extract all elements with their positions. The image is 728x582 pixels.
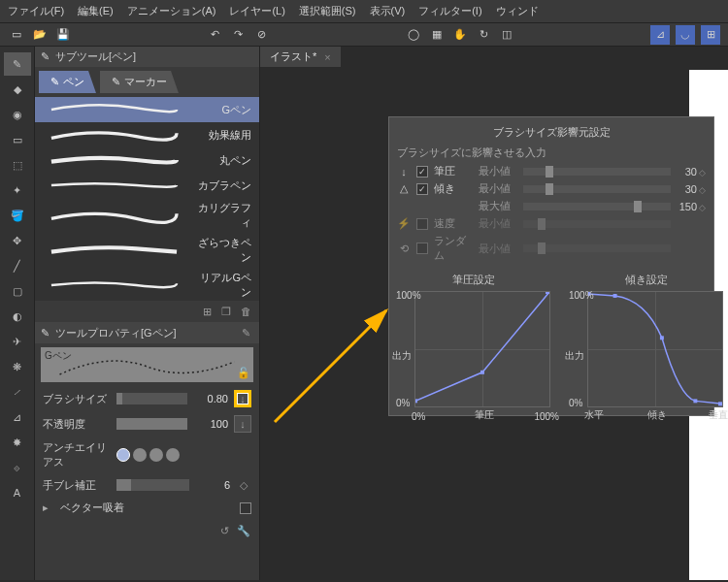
- shape-tool[interactable]: ▢: [4, 279, 31, 303]
- min-label: 最小値: [479, 181, 517, 196]
- transform-icon[interactable]: ◫: [498, 26, 515, 44]
- gradient-tool[interactable]: ◐: [4, 305, 31, 328]
- zoom-icon[interactable]: ◯: [405, 26, 422, 44]
- text-tool[interactable]: A: [4, 481, 31, 504]
- grid-icon[interactable]: ▦: [428, 26, 446, 44]
- brush-size-dynamics-button[interactable]: ↓: [234, 390, 251, 407]
- menu-item[interactable]: 選択範囲(S): [299, 4, 356, 18]
- spin-icon[interactable]: ◇: [236, 477, 251, 493]
- svg-rect-2: [546, 292, 549, 294]
- snap3-icon[interactable]: ⊞: [701, 25, 720, 45]
- brush-item[interactable]: Gペン: [35, 97, 259, 122]
- svg-rect-1: [480, 371, 484, 374]
- aa-option-4[interactable]: [166, 448, 180, 462]
- fill-tool[interactable]: 🪣: [4, 204, 31, 227]
- hand-icon[interactable]: ✋: [451, 26, 469, 44]
- lasso-tool[interactable]: ⬚: [4, 153, 31, 177]
- aa-option-3[interactable]: [149, 448, 163, 462]
- eyedropper-tool[interactable]: ⟋: [4, 380, 31, 404]
- del-brush-icon[interactable]: 🗑: [238, 304, 253, 319]
- pressure-graph[interactable]: 100% 出力 0% 0% 筆圧 100%: [414, 291, 550, 407]
- decoration-tool[interactable]: ❋: [4, 355, 31, 378]
- lock-icon[interactable]: 🔓: [236, 365, 251, 380]
- menu-item[interactable]: レイヤー(L): [229, 4, 284, 18]
- close-tab-icon[interactable]: ×: [324, 51, 330, 63]
- svg-rect-6: [693, 399, 697, 403]
- brush-item[interactable]: 効果線用: [35, 122, 259, 147]
- dynamics-slider[interactable]: [523, 168, 671, 176]
- dynamics-checkbox[interactable]: [416, 218, 428, 230]
- pen-tool[interactable]: ✎: [4, 52, 31, 76]
- snap2-icon[interactable]: ◡: [676, 25, 695, 45]
- row-glyph-icon: ⟲: [397, 242, 411, 255]
- add-brush-icon[interactable]: ⊞: [199, 304, 215, 319]
- dynamics-slider[interactable]: [523, 203, 671, 210]
- vector-snap-checkbox[interactable]: [240, 502, 251, 514]
- stabilization-row: 手ブレ補正 6 ◇: [35, 473, 259, 497]
- aa-option-1[interactable]: [116, 448, 130, 462]
- eraser-tool[interactable]: ◆: [4, 78, 31, 101]
- tilt-graph-wrap: 傾き設定 100% 出力 0% 水平 傾き 垂直: [570, 273, 723, 407]
- app-toolbar: ▭ 📂 💾 ↶ ↷ ⊘ ◯ ▦ ✋ ↻ ◫ ⊿ ◡ ⊞: [0, 23, 728, 47]
- row-glyph-icon: ↓: [397, 166, 411, 178]
- redo-icon[interactable]: ↷: [230, 26, 248, 44]
- correct-tool[interactable]: ⟐: [4, 456, 31, 479]
- new-icon[interactable]: ▭: [8, 26, 25, 44]
- brush-item[interactable]: カリグラフィ: [35, 198, 259, 233]
- airbrush-tool[interactable]: ✈: [4, 330, 31, 353]
- row-glyph-icon: △: [397, 182, 411, 195]
- aa-option-2[interactable]: [133, 448, 147, 462]
- dynamics-checkbox[interactable]: [416, 183, 428, 195]
- save-icon[interactable]: 💾: [54, 26, 72, 44]
- svg-rect-4: [613, 294, 617, 298]
- subtool-header: ✎ サブツール[ペン]: [35, 47, 259, 67]
- ruler-tool[interactable]: ⊿: [4, 405, 31, 429]
- stabilization-value: 6: [195, 479, 230, 491]
- undo-icon[interactable]: ↶: [207, 26, 224, 44]
- edit-icon[interactable]: ✎: [238, 325, 253, 340]
- subtool-tab[interactable]: ✎マーカー: [100, 71, 179, 93]
- wrench-icon[interactable]: 🔧: [236, 523, 251, 538]
- pressure-graph-title: 筆圧設定: [397, 273, 550, 287]
- snap1-icon[interactable]: ⊿: [650, 25, 670, 45]
- menu-item[interactable]: フィルター(I): [418, 4, 481, 18]
- marquee-tool[interactable]: ▭: [4, 128, 31, 151]
- document-tab[interactable]: イラスト* ×: [260, 47, 341, 67]
- opacity-slider[interactable]: [116, 418, 187, 430]
- brush-item[interactable]: カブラペン: [35, 173, 259, 198]
- stabilization-slider[interactable]: [116, 479, 189, 491]
- dynamics-checkbox[interactable]: [416, 242, 428, 254]
- brush-item[interactable]: リアルGペン: [35, 268, 259, 301]
- opacity-dynamics-button[interactable]: ↓: [234, 415, 251, 433]
- pen-icon: ✎: [41, 327, 50, 340]
- brush-size-slider[interactable]: [116, 393, 187, 404]
- min-label: 最小値: [479, 216, 517, 231]
- line-tool[interactable]: ╱: [4, 254, 31, 277]
- brush-item[interactable]: ざらつきペン: [35, 233, 259, 268]
- toolprop-title: ツールプロパティ[Gペン]: [55, 326, 177, 340]
- menu-item[interactable]: 編集(E): [78, 4, 114, 18]
- dynamics-label: 速度: [434, 216, 473, 231]
- dynamics-checkbox[interactable]: [416, 166, 428, 178]
- brush-preview: Gペン 🔓: [41, 347, 253, 382]
- move-tool[interactable]: ✥: [4, 229, 31, 252]
- reset-prop-icon[interactable]: ↺: [216, 523, 232, 538]
- rotate-icon[interactable]: ↻: [475, 26, 492, 44]
- menu-item[interactable]: アニメーション(A): [127, 4, 216, 18]
- menu-item[interactable]: 表示(V): [370, 4, 406, 18]
- subtool-tab[interactable]: ✎ペン: [39, 71, 96, 93]
- dynamics-slider[interactable]: [523, 185, 671, 193]
- tilt-graph[interactable]: 100% 出力 0% 水平 傾き 垂直: [587, 291, 723, 407]
- menu-item[interactable]: ウィンド: [496, 4, 539, 18]
- subtool-title: サブツール[ペン]: [55, 49, 136, 64]
- tool-property-panel: Gペン 🔓 ブラシサイズ 0.80 ↓ 不透明度 100 ↓ アンチエイリアス: [35, 343, 259, 580]
- clear-icon[interactable]: ⊘: [253, 26, 271, 44]
- blend-tool[interactable]: ◉: [4, 103, 31, 126]
- dup-brush-icon[interactable]: ❐: [218, 304, 234, 319]
- menu-item[interactable]: ファイル(F): [8, 4, 64, 18]
- sparkle-tool[interactable]: ✸: [4, 431, 31, 454]
- open-icon[interactable]: 📂: [31, 26, 49, 44]
- svg-rect-5: [660, 336, 664, 340]
- brush-item[interactable]: 丸ペン: [35, 147, 259, 173]
- wand-tool[interactable]: ✦: [4, 178, 31, 202]
